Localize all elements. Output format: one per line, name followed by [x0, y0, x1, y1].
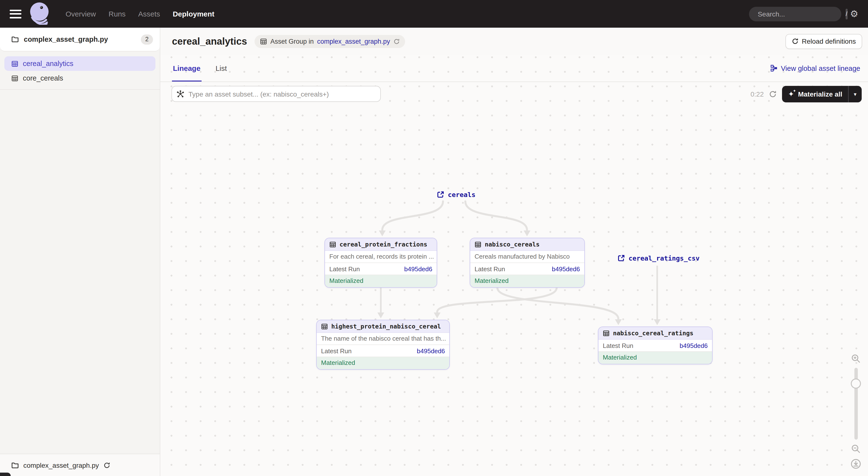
folder-icon [11, 461, 19, 469]
search-input[interactable] [754, 10, 846, 18]
status-badge: Materialized [325, 275, 437, 287]
table-icon [329, 241, 336, 248]
reload-icon[interactable] [103, 462, 110, 469]
breadcrumb-link[interactable]: complex_asset_graph.py [317, 38, 390, 45]
refresh-timer: 0:22 [750, 90, 764, 98]
graph-filter-icon [176, 90, 185, 100]
asset-node-title: nabisco_cereals [485, 241, 540, 248]
nav-overview[interactable]: Overview [66, 10, 96, 18]
main-panel: cereal_analytics Asset Group in complex_… [160, 28, 868, 476]
search-box[interactable]: / [749, 6, 841, 21]
run-id-link[interactable]: b495ded6 [417, 347, 445, 354]
asset-node-nabisco-cereal-ratings[interactable]: nabisco_cereal_ratings Latest Runb495ded… [598, 327, 713, 364]
page-title: cereal_analytics [172, 36, 247, 47]
tab-list[interactable]: List [214, 55, 228, 81]
sidebar-item-label: core_cereals [23, 74, 63, 82]
reload-icon [792, 38, 798, 45]
latest-run-label: Latest Run [329, 265, 360, 272]
asset-node-nabisco-cereals[interactable]: nabisco_cereals Cereals manufactured by … [470, 238, 585, 288]
asset-group-icon [11, 60, 19, 67]
external-asset-cereals[interactable]: cereals [437, 191, 475, 199]
sidebar-code-location[interactable]: complex_asset_graph.py 2 [0, 28, 160, 52]
external-asset-label: cereal_ratings_csv [628, 254, 700, 262]
latest-run-label: Latest Run [474, 265, 505, 272]
asset-group-icon [259, 38, 267, 45]
nav-assets[interactable]: Assets [138, 10, 160, 18]
reload-definitions-button[interactable]: Reload definitions [785, 34, 862, 49]
minimap-corner [0, 473, 11, 476]
reload-icon[interactable] [394, 38, 400, 44]
nav-deployment[interactable]: Deployment [173, 10, 214, 18]
folder-icon [11, 35, 19, 43]
sparkle-icon: ✦✦ [788, 91, 794, 98]
table-icon [321, 323, 328, 330]
code-location-name: complex_asset_graph.py [24, 35, 108, 43]
tab-bar: Lineage List View global asset lineage [160, 55, 868, 82]
asset-node-title: cereal_protein_fractions [340, 241, 427, 248]
view-global-asset-lineage-link[interactable]: View global asset lineage [770, 64, 860, 72]
sidebar: complex_asset_graph.py 2 cereal_analytic… [0, 28, 160, 476]
sidebar-item-core-cereals[interactable]: core_cereals [4, 71, 155, 86]
run-id-link[interactable]: b495ded6 [552, 265, 580, 272]
page-header: cereal_analytics Asset Group in complex_… [160, 28, 868, 55]
asset-node-highest-protein-nabisco-cereal[interactable]: highest_protein_nabisco_cereal The name … [316, 320, 450, 370]
footer-code-location-name: complex_asset_graph.py [23, 461, 99, 469]
materialize-dropdown-button[interactable]: ▾ [848, 86, 862, 102]
asset-filter [172, 86, 381, 102]
materialize-all-label: Materialize all [798, 90, 842, 98]
settings-gear-icon[interactable]: ⚙ [850, 9, 858, 19]
zoom-slider-handle[interactable] [851, 378, 861, 389]
asset-node-title: highest_protein_nabisco_cereal [331, 323, 441, 330]
asset-node-description: Cereals manufactured by Nabisco [470, 251, 584, 263]
sidebar-item-cereal-analytics[interactable]: cereal_analytics [4, 56, 155, 71]
view-global-label: View global asset lineage [781, 64, 860, 72]
status-badge: Materialized [598, 352, 712, 364]
status-badge: Materialized [317, 357, 449, 369]
search-shortcut-key: / [846, 8, 847, 19]
asset-subset-input[interactable] [172, 86, 381, 102]
latest-run-label: Latest Run [321, 347, 352, 354]
asset-node-description: The name of the nabisco cereal that has … [317, 333, 449, 345]
download-image-icon[interactable] [850, 458, 861, 469]
chevron-down-icon: ▾ [854, 91, 856, 97]
run-id-link[interactable]: b495ded6 [404, 265, 432, 272]
lineage-section: Lineage List View global asset lineage [160, 55, 868, 476]
latest-run-label: Latest Run [603, 342, 633, 349]
tab-lineage[interactable]: Lineage [172, 55, 202, 81]
asset-node-title: nabisco_cereal_ratings [613, 330, 693, 337]
table-icon [474, 241, 482, 248]
zoom-out-icon[interactable] [851, 444, 861, 454]
asset-count-badge: 2 [141, 34, 153, 44]
sidebar-item-label: cereal_analytics [23, 60, 73, 67]
asset-node-cereal-protein-fractions[interactable]: cereal_protein_fractions For each cereal… [324, 238, 437, 288]
run-id-link[interactable]: b495ded6 [680, 342, 708, 349]
nav-runs[interactable]: Runs [108, 10, 126, 18]
zoom-controls [848, 354, 863, 469]
external-link-icon [617, 254, 625, 262]
breadcrumb-prefix: Asset Group in [270, 38, 314, 45]
asset-group-icon [11, 74, 19, 82]
materialize-toolbar: 0:22 ✦✦ Materialize all ▾ [750, 86, 862, 102]
dagster-app: Overview Runs Assets Deployment / ⚙ comp… [0, 0, 868, 476]
external-asset-label: cereals [448, 191, 475, 199]
asset-node-description: For each cereal, records its protein ... [325, 251, 437, 263]
external-asset-cereal-ratings-csv[interactable]: cereal_ratings_csv [617, 254, 700, 262]
status-badge: Materialized [470, 275, 584, 287]
dagster-logo[interactable] [28, 1, 51, 27]
zoom-slider[interactable] [854, 368, 858, 440]
external-link-icon [437, 191, 444, 199]
refresh-icon[interactable] [769, 90, 777, 98]
breadcrumb: Asset Group in complex_asset_graph.py [254, 35, 405, 48]
materialize-all-button[interactable]: ✦✦ Materialize all [782, 86, 848, 102]
table-icon [603, 330, 610, 337]
zoom-in-icon[interactable] [851, 354, 861, 364]
lineage-canvas[interactable]: 0:22 ✦✦ Materialize all ▾ [160, 82, 868, 476]
sidebar-footer: complex_asset_graph.py [0, 454, 160, 476]
top-nav: Overview Runs Assets Deployment / ⚙ [0, 0, 868, 28]
reload-definitions-label: Reload definitions [802, 37, 856, 45]
lineage-graph-icon [770, 65, 777, 72]
menu-icon[interactable] [10, 9, 21, 18]
materialize-all-button-group: ✦✦ Materialize all ▾ [782, 86, 862, 102]
sidebar-divider [0, 89, 160, 90]
